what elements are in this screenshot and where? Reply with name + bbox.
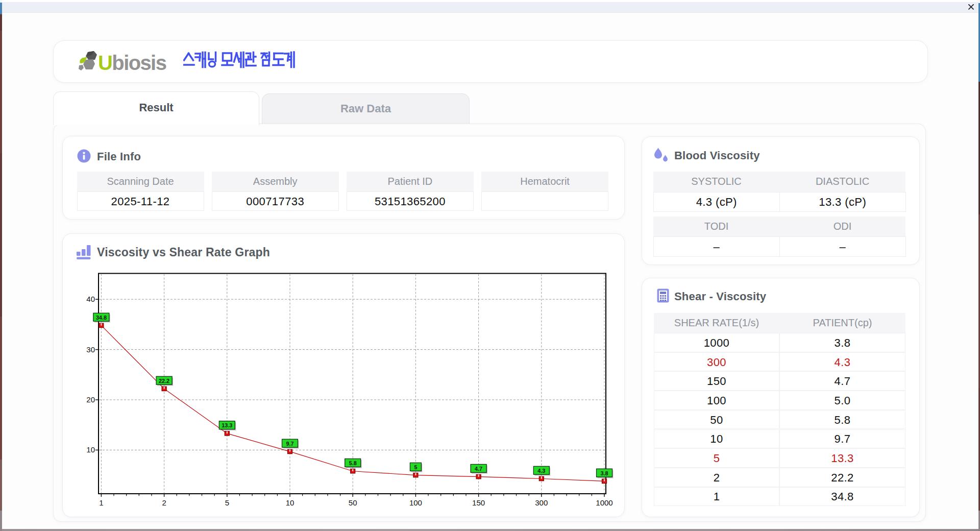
- svg-text:22.2: 22.2: [159, 378, 169, 384]
- svg-text:50: 50: [349, 498, 357, 507]
- svg-text:10: 10: [86, 445, 95, 454]
- svg-text:5: 5: [225, 498, 229, 507]
- svg-text:9.7: 9.7: [286, 441, 293, 447]
- svg-text:30: 30: [86, 345, 95, 354]
- svg-text:100: 100: [409, 498, 422, 507]
- svg-text:300: 300: [535, 498, 548, 507]
- svg-text:34.8: 34.8: [96, 315, 107, 321]
- svg-text:10: 10: [286, 498, 295, 507]
- svg-text:2: 2: [162, 498, 166, 507]
- svg-text:5: 5: [414, 464, 417, 470]
- svg-text:4.7: 4.7: [475, 466, 482, 472]
- svg-text:20: 20: [86, 395, 95, 404]
- svg-text:5.8: 5.8: [349, 460, 357, 466]
- svg-text:4.3: 4.3: [537, 468, 545, 474]
- svg-text:3.8: 3.8: [600, 470, 608, 476]
- svg-text:1000: 1000: [596, 498, 612, 507]
- svg-text:1: 1: [99, 498, 103, 507]
- svg-text:40: 40: [86, 295, 95, 303]
- svg-text:150: 150: [472, 498, 485, 507]
- svg-text:13.3: 13.3: [222, 422, 232, 428]
